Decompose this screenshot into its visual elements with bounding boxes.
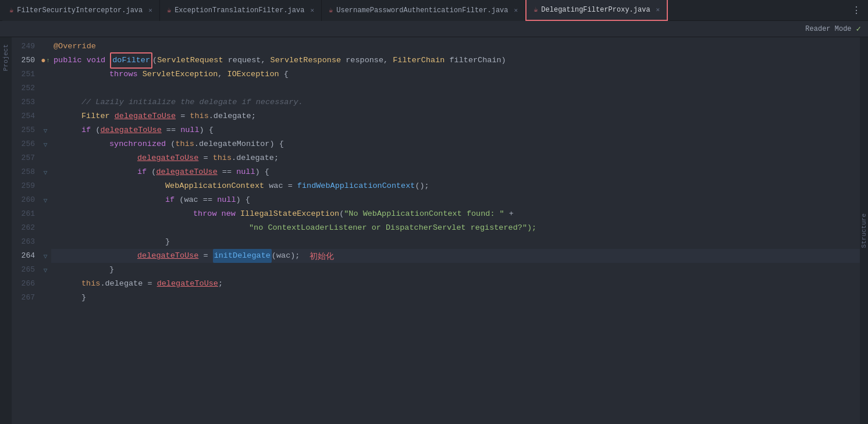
gutter-row-251 <box>40 67 51 81</box>
line-num-263: 263 <box>12 235 35 249</box>
var-delegate-to-use-1: delegateToUse <box>115 109 176 123</box>
type-servlet-exception: ServletException <box>143 67 218 81</box>
parens-call: (); <box>415 179 429 193</box>
method-find-wac: findWebApplicationContext <box>297 179 415 193</box>
gutter-icons: ● ↑ ▽ ▽ ▽ ▽ ▽ ▽ <box>40 37 51 424</box>
line-num-260: 260 <box>12 193 35 207</box>
keyword-this: this <box>190 109 208 123</box>
keyword-null-2: null <box>236 165 255 179</box>
gutter-row-249 <box>40 40 51 54</box>
gutter-row-252 <box>40 81 51 95</box>
java-file-icon: ☕ <box>167 6 171 15</box>
param-response: response, <box>341 54 393 67</box>
type-servlet-request: ServletRequest <box>157 54 223 67</box>
code-line-252 <box>51 81 862 95</box>
line-num-266: 266 <box>12 277 35 291</box>
paren-open: ( <box>170 137 175 151</box>
line-num-254: 254 <box>12 109 35 123</box>
punct-brace-open: { <box>279 67 289 81</box>
tab-close-icon[interactable]: ✕ <box>310 6 314 14</box>
editor-container: Project 249 250 251 252 253 254 255 256 … <box>0 37 868 424</box>
tab-delegating-filter-proxy[interactable]: ☕ DelegatingFilterProxy.java ✕ <box>525 0 668 21</box>
null-check-1: == <box>162 123 180 137</box>
tab-exception-translation[interactable]: ☕ ExceptionTranslationFilter.java ✕ <box>160 0 322 21</box>
fold-arrow-icon[interactable]: ▽ <box>44 266 48 274</box>
left-panel: Project <box>0 37 12 424</box>
java-file-icon: ☕ <box>9 6 13 15</box>
fold-arrow-icon[interactable]: ▽ <box>44 141 48 148</box>
fold-arrow-icon[interactable]: ▽ <box>44 197 48 204</box>
line-num-253: 253 <box>12 95 35 109</box>
code-line-253: // Lazily initialize the delegate if nec… <box>51 95 862 109</box>
assign-2: = <box>198 151 212 165</box>
gutter-row-250: ● ↑ <box>40 54 51 67</box>
line-numbers-gutter: 249 250 251 252 253 254 255 256 257 258 … <box>12 37 40 424</box>
gutter-row-267 <box>40 291 51 305</box>
tab-label: DelegatingFilterProxy.java <box>541 6 650 14</box>
java-file-icon: ☕ <box>533 5 538 14</box>
fold-arrow-icon[interactable]: ▽ <box>44 169 48 176</box>
code-line-259: WebApplicationContext wac = findWebAppli… <box>51 179 862 193</box>
line-num-264: 264 <box>12 249 35 263</box>
code-line-266: this .delegate = delegateToUse ; <box>51 277 862 291</box>
brace-close-265: } <box>109 263 114 277</box>
gutter-row-258: ▽ <box>40 165 51 179</box>
code-line-260: if (wac == null ) { <box>51 193 862 207</box>
tab-username-password[interactable]: ☕ UsernamePasswordAuthenticationFilter.j… <box>322 0 525 21</box>
dot-delegate-assign: .delegate = <box>100 277 156 291</box>
type-servlet-response: ServletResponse <box>271 54 341 67</box>
gutter-row-265: ▽ <box>40 263 51 277</box>
code-line-267: } <box>51 291 862 305</box>
reader-mode-button[interactable]: Reader Mode <box>805 25 851 33</box>
semicolon-266: ; <box>218 277 223 291</box>
code-line-262: "no ContextLoaderListener or DispatcherS… <box>51 221 862 235</box>
keyword-if-260: if <box>165 193 179 207</box>
gutter-row-264: ▽ <box>40 249 51 263</box>
method-init-delegate-boxed: initDelegate <box>213 249 272 263</box>
var-delegate-to-use-3: delegateToUse <box>137 151 198 165</box>
gutter-row-261 <box>40 207 51 221</box>
tab-close-icon[interactable]: ✕ <box>514 6 518 14</box>
paren: ( <box>95 123 100 137</box>
keyword-new: new <box>222 207 240 221</box>
tab-label: UsernamePasswordAuthenticationFilter.jav… <box>336 6 508 15</box>
var-delegate-to-use-6: delegateToUse <box>157 277 218 291</box>
fold-arrow-icon[interactable]: ▽ <box>44 127 48 134</box>
null-check-2: == <box>218 165 236 179</box>
code-editor[interactable]: @Override public void doFilter ( Servlet… <box>51 37 862 424</box>
paren-brace-3: ) { <box>236 193 250 207</box>
code-line-265: } <box>51 263 862 277</box>
keyword-this-4: this <box>81 277 100 291</box>
line-num-257: 257 <box>12 151 35 165</box>
line-num-261: 261 <box>12 207 35 221</box>
tab-close-icon[interactable]: ✕ <box>656 6 660 13</box>
gutter-row-255: ▽ <box>40 123 51 137</box>
keyword-public: public <box>54 54 87 67</box>
debug-dot-icon[interactable]: ● <box>41 56 45 65</box>
gutter-row-254 <box>40 109 51 123</box>
keyword-synchronized: synchronized <box>109 137 170 151</box>
fold-arrow-icon[interactable]: ▽ <box>44 252 48 260</box>
line-num-258: 258 <box>12 165 35 179</box>
keyword-null-3: null <box>217 193 236 207</box>
paren-2: ( <box>151 165 156 179</box>
code-line-255: if ( delegateToUse == null ) { <box>51 123 862 137</box>
comment-lazily: // Lazily initialize the delegate if nec… <box>81 95 303 109</box>
tab-label: FilterSecurityInterceptor.java <box>17 6 143 15</box>
line-num-256: 256 <box>12 137 35 151</box>
type-filter: Filter <box>81 109 110 123</box>
code-line-257: delegateToUse = this .delegate; <box>51 151 862 165</box>
paren-brace: ) { <box>200 123 214 137</box>
dot-delegate: .delegate; <box>209 109 256 123</box>
more-tabs-button[interactable]: ⋮ <box>845 5 868 16</box>
tab-filter-security[interactable]: ☕ FilterSecurityInterceptor.java ✕ <box>2 0 160 21</box>
keyword-void: void <box>87 54 111 67</box>
tab-label: ExceptionTranslationFilter.java <box>175 6 304 15</box>
space <box>110 109 115 123</box>
tab-close-icon[interactable]: ✕ <box>148 6 152 14</box>
code-line-256: synchronized ( this .delegateMonitor) { <box>51 137 862 151</box>
dot-delegate-2: .delegate; <box>232 151 279 165</box>
method-name: doFilter <box>112 56 150 65</box>
gutter-row-260: ▽ <box>40 193 51 207</box>
gutter-row-256: ▽ <box>40 137 51 151</box>
